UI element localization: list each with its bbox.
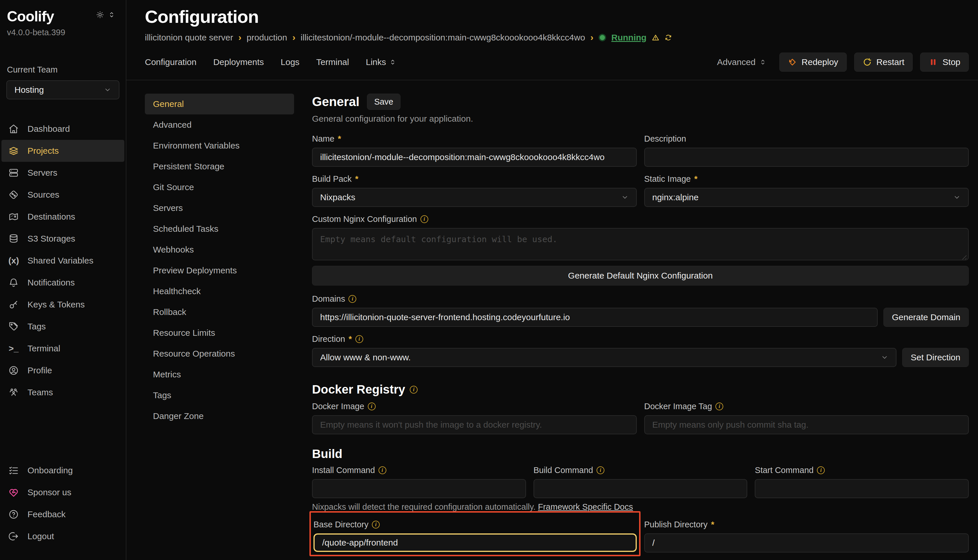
sidebar-item-feedback[interactable]: Feedback	[2, 503, 124, 525]
stop-button[interactable]: Stop	[920, 53, 969, 72]
status-dot	[599, 34, 606, 41]
info-icon: i	[410, 386, 418, 393]
git-source-icon	[8, 190, 19, 200]
set-direction-button[interactable]: Set Direction	[902, 348, 969, 367]
home-icon	[8, 124, 19, 134]
domains-field[interactable]	[312, 308, 878, 327]
publish-directory-label: Publish Directory*	[644, 520, 969, 529]
sidebar-bottom-nav: Onboarding Sponsor us Feedback Logout	[0, 460, 126, 547]
team-label: Current Team	[0, 37, 126, 75]
breadcrumb-separator: ›	[293, 32, 296, 43]
build-pack-select[interactable]: Nixpacks	[312, 188, 637, 207]
custom-nginx-textarea[interactable]	[312, 228, 969, 260]
sidebar-item-terminal[interactable]: >_ Terminal	[2, 338, 124, 360]
app-logo: Coolify	[7, 8, 54, 25]
breadcrumb-environment[interactable]: production	[247, 33, 287, 42]
sidebar-item-logout[interactable]: Logout	[2, 525, 124, 547]
breadcrumb: illicitonion quote server › production ›…	[145, 32, 969, 43]
subnav-persistent-storage[interactable]: Persistent Storage	[145, 156, 294, 177]
subnav-metrics[interactable]: Metrics	[145, 364, 294, 385]
tab-links[interactable]: Links	[366, 57, 396, 67]
sidebar-item-projects[interactable]: Projects	[2, 140, 124, 162]
sidebar-item-teams[interactable]: Teams	[2, 382, 124, 403]
sidebar-item-profile[interactable]: Profile	[2, 360, 124, 382]
start-command-field[interactable]	[755, 479, 969, 498]
running-status[interactable]: Running	[611, 33, 647, 42]
install-command-field[interactable]	[312, 479, 526, 498]
sidebar-item-dashboard[interactable]: Dashboard	[2, 118, 124, 140]
breadcrumb-project[interactable]: illicitonion quote server	[145, 33, 233, 42]
tab-configuration[interactable]: Configuration	[145, 57, 196, 67]
direction-select[interactable]: Allow www & non-www.	[312, 348, 896, 367]
sidebar-item-sponsor-us[interactable]: Sponsor us	[2, 482, 124, 503]
subnav-advanced[interactable]: Advanced	[145, 115, 294, 135]
chevron-updown-icon	[389, 58, 396, 66]
subnav-servers[interactable]: Servers	[145, 198, 294, 218]
advanced-select[interactable]: Advanced	[717, 57, 766, 67]
docker-image-field[interactable]	[312, 415, 637, 434]
docker-image-tag-label: Docker Image Tagi	[644, 402, 969, 411]
sidebar-item-keys-tokens[interactable]: Keys & Tokens	[2, 293, 124, 315]
subnav-resource-operations[interactable]: Resource Operations	[145, 343, 294, 364]
static-image-label: Static Image*	[644, 174, 969, 184]
tab-logs[interactable]: Logs	[281, 57, 299, 67]
sidebar-item-shared-variables[interactable]: (x) Shared Variables	[2, 250, 124, 272]
subnav-rollback[interactable]: Rollback	[145, 302, 294, 322]
info-icon: i	[378, 467, 386, 474]
users-icon	[8, 387, 19, 398]
shared-variables-icon: (x)	[8, 256, 19, 265]
subnav-git-source[interactable]: Git Source	[145, 177, 294, 198]
section-subtitle: General configuration for your applicati…	[312, 114, 969, 124]
sidebar-item-onboarding[interactable]: Onboarding	[2, 460, 124, 482]
publish-directory-field[interactable]	[644, 533, 969, 552]
tab-deployments[interactable]: Deployments	[213, 57, 264, 67]
framework-docs-link[interactable]: Framework Specific Docs	[538, 502, 633, 512]
static-image-select[interactable]: nginx:alpine	[644, 188, 969, 207]
install-command-label: Install Commandi	[312, 465, 526, 475]
chevron-down-icon	[104, 86, 111, 93]
generate-nginx-button[interactable]: Generate Default Nginx Configuration	[312, 266, 969, 285]
description-field[interactable]	[644, 148, 969, 167]
sidebar-item-s3-storages[interactable]: S3 Storages	[2, 228, 124, 250]
subnav-resource-limits[interactable]: Resource Limits	[145, 322, 294, 343]
info-icon: i	[355, 335, 363, 343]
restart-button[interactable]: Restart	[854, 53, 913, 72]
breadcrumb-application[interactable]: illicitestonion/-module--decomposition:m…	[301, 33, 585, 42]
docker-image-tag-field[interactable]	[644, 415, 969, 434]
user-circle-icon	[8, 365, 19, 376]
team-select[interactable]: Hosting	[7, 80, 119, 99]
subnav-scheduled-tasks[interactable]: Scheduled Tasks	[145, 218, 294, 239]
theme-toggle[interactable]	[96, 11, 115, 18]
subnav-preview-deployments[interactable]: Preview Deployments	[145, 260, 294, 281]
annotation-box: Base Directoryi	[309, 511, 640, 556]
breadcrumb-separator: ›	[238, 32, 241, 43]
sidebar-item-tags[interactable]: Tags	[2, 315, 124, 338]
save-button[interactable]: Save	[367, 93, 401, 110]
base-directory-field[interactable]	[313, 533, 637, 552]
build-command-label: Build Commandi	[533, 465, 747, 475]
subnav-healthcheck[interactable]: Healthcheck	[145, 281, 294, 302]
warning-icon[interactable]	[652, 34, 659, 41]
name-field[interactable]	[312, 148, 637, 167]
subnav-danger-zone[interactable]: Danger Zone	[145, 406, 294, 427]
subnav-webhooks[interactable]: Webhooks	[145, 239, 294, 260]
sidebar-item-notifications[interactable]: Notifications	[2, 272, 124, 293]
generate-domain-button[interactable]: Generate Domain	[883, 308, 969, 327]
docker-registry-title: Docker Registryi	[312, 383, 969, 397]
redeploy-button[interactable]: Redeploy	[779, 53, 847, 72]
sidebar-item-sources[interactable]: Sources	[2, 184, 124, 206]
tab-terminal[interactable]: Terminal	[316, 57, 349, 67]
subnav-general[interactable]: General	[145, 93, 294, 115]
chevron-updown-icon	[108, 11, 115, 18]
subnav-tags[interactable]: Tags	[145, 385, 294, 406]
redeploy-icon	[788, 58, 797, 67]
build-command-field[interactable]	[533, 479, 747, 498]
breadcrumb-separator: ›	[590, 32, 593, 43]
settings-subnav: General Advanced Environment Variables P…	[145, 93, 294, 560]
subnav-environment-variables[interactable]: Environment Variables	[145, 135, 294, 156]
sidebar-item-destinations[interactable]: Destinations	[2, 206, 124, 228]
stop-icon	[929, 58, 938, 67]
base-directory-label: Base Directoryi	[313, 520, 637, 529]
refresh-icon[interactable]	[665, 34, 672, 41]
sidebar-item-servers[interactable]: Servers	[2, 162, 124, 184]
